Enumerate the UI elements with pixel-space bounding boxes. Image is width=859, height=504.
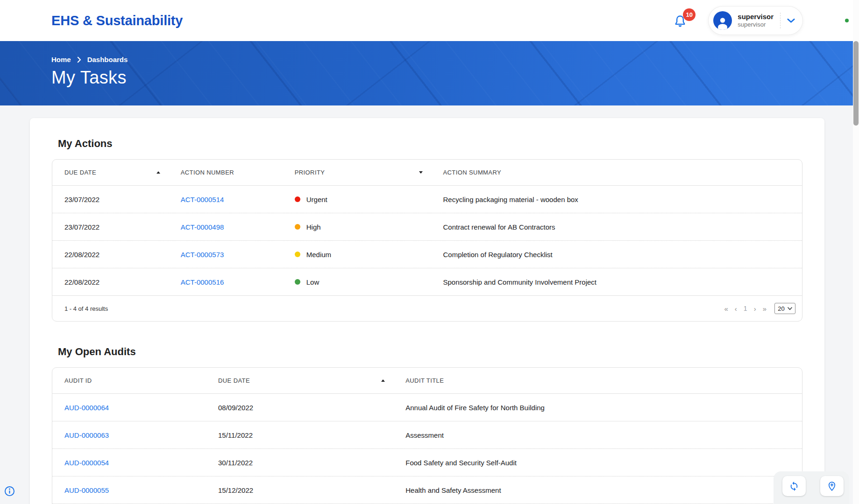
- table-row: 22/08/2022 ACT-0000516 Low Sponsorship a…: [52, 268, 802, 295]
- audit-id-link[interactable]: AUD-0000063: [64, 431, 109, 439]
- sort-asc-icon[interactable]: [156, 171, 160, 174]
- priority-cell: Low: [283, 278, 431, 286]
- action-number-link[interactable]: ACT-0000516: [181, 278, 224, 286]
- results-count: 1 - 4 of 4 results: [64, 305, 108, 312]
- priority-cell: Medium: [283, 251, 431, 259]
- breadcrumb: Home Dashboards: [51, 41, 853, 63]
- action-summary-cell: Sponsorship and Community Involvement Pr…: [431, 278, 802, 286]
- floating-toolbar: [774, 471, 849, 504]
- notifications-button[interactable]: 10: [673, 13, 688, 28]
- page-size-select[interactable]: 20: [774, 303, 795, 314]
- refresh-icon: [789, 481, 799, 491]
- audit-id-cell: AUD-0000063: [52, 431, 206, 439]
- priority-dot: [295, 252, 300, 257]
- my-actions-table: DUE DATE ACTION NUMBER PRIORITY ACTION S…: [52, 159, 802, 322]
- column-header-action-number[interactable]: ACTION NUMBER: [169, 169, 283, 176]
- scrollbar-track[interactable]: [853, 0, 859, 504]
- column-header-priority[interactable]: PRIORITY: [283, 169, 431, 176]
- table-row: AUD-0000064 08/09/2022 Annual Audit of F…: [52, 393, 802, 421]
- prev-page-button[interactable]: ‹: [731, 305, 740, 313]
- due-date-cell: 30/11/2022: [206, 459, 393, 467]
- avatar: [713, 11, 732, 30]
- audit-title-cell: Annual Audit of Fire Safety for North Bu…: [393, 404, 802, 412]
- sort-asc-icon[interactable]: [381, 379, 385, 382]
- audit-title-cell: Assessment: [393, 431, 802, 439]
- sort-desc-icon[interactable]: [419, 171, 423, 174]
- audit-id-link[interactable]: AUD-0000054: [64, 459, 109, 467]
- action-number-link[interactable]: ACT-0000573: [181, 251, 224, 259]
- table-row: 22/08/2022 ACT-0000573 Medium Completion…: [52, 240, 802, 268]
- add-location-button[interactable]: [820, 476, 844, 496]
- last-page-button[interactable]: »: [760, 305, 770, 313]
- app-header: EHS & Sustainability 10 supervisor: [0, 0, 859, 41]
- action-summary-cell: Contract renewal for AB Contractors: [431, 223, 802, 231]
- audit-id-cell: AUD-0000064: [52, 404, 206, 412]
- column-label: ACTION NUMBER: [181, 169, 234, 176]
- action-number-cell: ACT-0000516: [169, 278, 283, 286]
- section-title-my-open-audits: My Open Audits: [58, 346, 802, 358]
- person-icon: [715, 15, 730, 30]
- action-number-link[interactable]: ACT-0000514: [181, 196, 224, 203]
- section-title-my-actions: My Actions: [58, 138, 802, 150]
- my-open-audits-section: My Open Audits AUDIT ID DUE DATE AUDIT T…: [52, 346, 802, 504]
- current-page[interactable]: 1: [740, 305, 751, 312]
- action-number-link[interactable]: ACT-0000498: [181, 223, 224, 231]
- page-content: My Actions DUE DATE ACTION NUMBER PRIORI…: [0, 105, 853, 504]
- next-page-button[interactable]: ›: [751, 305, 760, 313]
- first-page-button[interactable]: «: [721, 305, 731, 313]
- priority-label: High: [306, 223, 321, 231]
- action-number-cell: ACT-0000573: [169, 251, 283, 259]
- pagination: « ‹ 1 › » 20: [721, 303, 795, 314]
- status-indicator-dot: [845, 19, 849, 22]
- header-actions: 10 supervisor supervisor: [673, 7, 802, 35]
- priority-cell: Urgent: [283, 196, 431, 203]
- user-menu[interactable]: supervisor supervisor: [709, 7, 802, 35]
- table-footer: 1 - 4 of 4 results « ‹ 1 › » 20: [52, 295, 802, 321]
- priority-dot: [295, 196, 300, 202]
- column-header-action-summary[interactable]: ACTION SUMMARY: [431, 169, 802, 176]
- column-header-audit-id[interactable]: AUDIT ID: [52, 377, 206, 384]
- action-number-cell: ACT-0000498: [169, 223, 283, 231]
- audit-title-cell: Health and Safety Assessment: [393, 486, 802, 494]
- due-date-cell: 15/12/2022: [206, 486, 393, 494]
- due-date-cell: 08/09/2022: [206, 404, 393, 412]
- hero-banner: Home Dashboards My Tasks: [0, 41, 853, 105]
- refresh-button[interactable]: [782, 476, 806, 496]
- audit-id-link[interactable]: AUD-0000055: [64, 486, 109, 494]
- audit-id-cell: AUD-0000054: [52, 459, 206, 467]
- priority-dot: [295, 224, 300, 230]
- my-actions-section: My Actions DUE DATE ACTION NUMBER PRIORI…: [52, 138, 802, 322]
- column-label: AUDIT TITLE: [405, 377, 444, 384]
- due-date-cell: 22/08/2022: [52, 251, 169, 259]
- dashboard-card: My Actions DUE DATE ACTION NUMBER PRIORI…: [30, 118, 824, 504]
- action-number-cell: ACT-0000514: [169, 196, 283, 203]
- due-date-cell: 23/07/2022: [52, 196, 169, 203]
- scrollbar-thumb[interactable]: [853, 41, 859, 126]
- column-header-due-date[interactable]: DUE DATE: [206, 377, 393, 384]
- divider: [780, 13, 781, 28]
- column-header-due-date[interactable]: DUE DATE: [52, 169, 169, 176]
- app-logo[interactable]: EHS & Sustainability: [51, 13, 183, 28]
- column-label: ACTION SUMMARY: [443, 169, 502, 176]
- table-row: AUD-0000063 15/11/2022 Assessment: [52, 421, 802, 448]
- priority-dot: [295, 279, 300, 285]
- audit-id-link[interactable]: AUD-0000064: [64, 404, 109, 412]
- user-role: supervisor: [738, 21, 774, 28]
- table-row: AUD-0000055 15/12/2022 Health and Safety…: [52, 476, 802, 504]
- chevron-down-icon[interactable]: [787, 18, 795, 23]
- app-window: EHS & Sustainability 10 supervisor: [0, 0, 859, 504]
- breadcrumb-dashboards-link[interactable]: Dashboards: [87, 56, 128, 63]
- page-size-value: 20: [778, 305, 784, 312]
- breadcrumb-chevron-icon: [77, 56, 81, 63]
- action-summary-cell: Completion of Regulatory Checklist: [431, 251, 802, 259]
- priority-label: Low: [306, 278, 319, 286]
- column-header-audit-title[interactable]: AUDIT TITLE: [393, 377, 802, 384]
- breadcrumb-home-link[interactable]: Home: [51, 56, 71, 63]
- my-open-audits-table: AUDIT ID DUE DATE AUDIT TITLE AUD-000006…: [52, 367, 802, 504]
- column-label: DUE DATE: [64, 169, 96, 176]
- column-label: PRIORITY: [295, 169, 325, 176]
- page-title: My Tasks: [51, 68, 853, 88]
- info-button[interactable]: [4, 486, 15, 497]
- user-name: supervisor: [738, 13, 774, 21]
- info-icon: [4, 486, 15, 497]
